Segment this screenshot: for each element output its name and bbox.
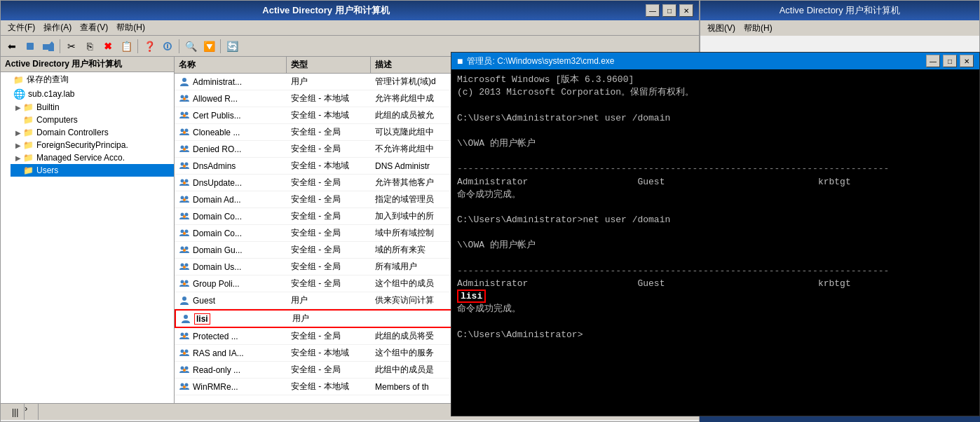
tree-item-computers[interactable]: 📁 Computers — [11, 114, 174, 126]
menu-view[interactable]: 查看(V) — [76, 20, 112, 35]
find-button[interactable]: 🔍 — [182, 38, 199, 55]
cmd-line: C:\Users\Administrator>net user /domain — [457, 112, 974, 125]
tree-label-builtin: Builtin — [36, 102, 60, 112]
cmd-close-button[interactable]: ✕ — [960, 55, 974, 67]
status-section: ||| — [6, 404, 25, 420]
toggle-computers[interactable] — [13, 115, 23, 125]
list-cell-type: 用户 — [287, 292, 371, 308]
minimize-button[interactable]: — — [646, 4, 660, 17]
group-icon — [179, 365, 190, 376]
delete-button[interactable]: ✖ — [100, 38, 116, 55]
tree-label-foreign-security: ForeignSecurityPrincipa. — [36, 140, 128, 150]
group-icon — [179, 110, 190, 121]
svg-point-42 — [182, 297, 186, 301]
bg-menu-help[interactable]: 帮助(H) — [740, 21, 777, 36]
cmd-maximize-button[interactable]: □ — [943, 55, 957, 67]
list-cell-type: 安全组 - 全局 — [287, 328, 371, 344]
user-icon — [179, 295, 190, 306]
toggle-domain[interactable] — [4, 89, 13, 99]
list-cell-name: Denied RO... — [175, 142, 287, 157]
tree-item-managed-service[interactable]: ▶ 📁 Managed Service Acco. — [11, 151, 174, 164]
list-cell-type: 安全组 - 全局 — [287, 208, 371, 224]
cmd-titlebar: ■ 管理员: C:\Windows\system32\cmd.exe — □ ✕ — [451, 53, 979, 69]
tree-label-saved-queries: 保存的查询 — [27, 74, 69, 86]
list-cell-name: Domain Co... — [175, 209, 287, 224]
toggle-managed-service[interactable]: ▶ — [13, 153, 23, 163]
menu-action[interactable]: 操作(A) — [39, 20, 76, 35]
bg-window-title: Active Directory 用户和计算机 — [706, 4, 974, 17]
back-button[interactable]: ⬅ — [4, 38, 20, 55]
toggle-saved-queries[interactable] — [4, 75, 13, 85]
toolbar-btn2[interactable] — [159, 38, 176, 55]
maximize-button[interactable]: □ — [662, 4, 676, 17]
svg-point-32 — [183, 232, 186, 235]
list-cell-type: 安全组 - 本地域 — [287, 158, 371, 174]
lisi-highlight: lisi — [457, 290, 486, 303]
svg-point-20 — [183, 165, 186, 168]
group-icon — [179, 93, 190, 104]
ad-menubar: 文件(F) 操作(A) 查看(V) 帮助(H) — [1, 20, 699, 36]
menu-help[interactable]: 帮助(H) — [112, 20, 149, 35]
tree-label-domain: sub.c1ay.lab — [28, 89, 75, 99]
list-cell-type: 安全组 - 全局 — [287, 275, 371, 292]
cmd-lisi-line: lisi — [457, 290, 974, 303]
cmd-empty-line — [457, 125, 974, 137]
ad-window-title: Active Directory 用户和计算机 — [6, 4, 646, 17]
tree-item-users[interactable]: 📁 Users — [11, 164, 174, 177]
svg-point-52 — [183, 369, 186, 372]
cmd-line: 命令成功完成。 — [457, 303, 974, 315]
bg-menu-view[interactable]: 视图(V) — [703, 21, 740, 36]
group-icon — [179, 211, 190, 222]
menu-file[interactable]: 文件(F) — [4, 20, 39, 35]
copy-button[interactable]: ⎘ — [81, 38, 98, 55]
svg-point-41 — [183, 283, 186, 285]
list-cell-type: 安全组 - 全局 — [287, 175, 371, 191]
cmd-empty-line — [457, 316, 974, 329]
forward-button[interactable] — [22, 38, 39, 55]
col-header-name[interactable]: 名称 — [175, 57, 287, 73]
up-button[interactable] — [40, 38, 57, 55]
list-cell-name: WinRMRe... — [175, 379, 287, 395]
cmd-prompt: C:\Users\Administrator> — [457, 329, 974, 341]
list-cell-type: 用户 — [287, 74, 371, 90]
tree-item-saved-queries[interactable]: 📁 保存的查询 — [1, 72, 174, 87]
list-cell-type: 安全组 - 本地域 — [287, 345, 371, 361]
group-icon — [179, 381, 190, 393]
close-button[interactable]: ✕ — [679, 4, 693, 17]
col-header-type[interactable]: 类型 — [287, 57, 371, 73]
cmd-empty-line — [457, 150, 974, 163]
list-cell-type: 安全组 - 全局 — [287, 259, 371, 275]
scroll-arrow-right[interactable]: › — [25, 404, 39, 420]
svg-point-43 — [184, 315, 188, 319]
filter-button[interactable]: 🔽 — [200, 38, 217, 55]
svg-point-55 — [183, 386, 186, 388]
toggle-foreign-security[interactable]: ▶ — [13, 140, 23, 150]
list-cell-type: 安全组 - 全局 — [287, 124, 371, 140]
tree-item-domain-controllers[interactable]: ▶ 📁 Domain Controllers — [11, 126, 174, 139]
cmd-users-line2: Administrator Guest krbtgt — [457, 278, 974, 290]
cmd-line: 命令成功完成。 — [457, 189, 974, 201]
group-icon — [179, 194, 190, 205]
user-icon — [180, 313, 191, 325]
tree-item-domain[interactable]: 🌐 sub.c1ay.lab — [1, 87, 174, 101]
cut-button[interactable]: ✂ — [63, 38, 80, 55]
tree-item-foreign-security[interactable]: ▶ 📁 ForeignSecurityPrincipa. — [11, 139, 174, 151]
list-cell-type: 安全组 - 本地域 — [287, 379, 371, 395]
group-icon — [179, 161, 190, 172]
refresh-button[interactable]: 🔄 — [224, 38, 240, 55]
cmd-line: \\OWA 的用户帐户 — [457, 137, 974, 150]
cmd-separator: ----------------------------------------… — [457, 265, 974, 278]
cmd-minimize-button[interactable]: — — [926, 55, 940, 67]
list-cell-name: Group Poli... — [175, 276, 287, 292]
tree-item-builtin[interactable]: ▶ 📁 Builtin — [11, 101, 174, 114]
toggle-domain-controllers[interactable]: ▶ — [13, 128, 23, 137]
list-cell-name: DnsAdmins — [175, 158, 287, 174]
scroll-indicator: ||| — [12, 407, 18, 417]
group-icon — [179, 348, 190, 359]
svg-point-35 — [183, 249, 186, 252]
toggle-users[interactable] — [13, 165, 23, 175]
toggle-builtin[interactable]: ▶ — [13, 102, 23, 112]
properties-button[interactable]: 📋 — [118, 38, 135, 55]
new-button[interactable]: ❓ — [141, 38, 158, 55]
list-cell-type: 安全组 - 全局 — [287, 362, 371, 378]
